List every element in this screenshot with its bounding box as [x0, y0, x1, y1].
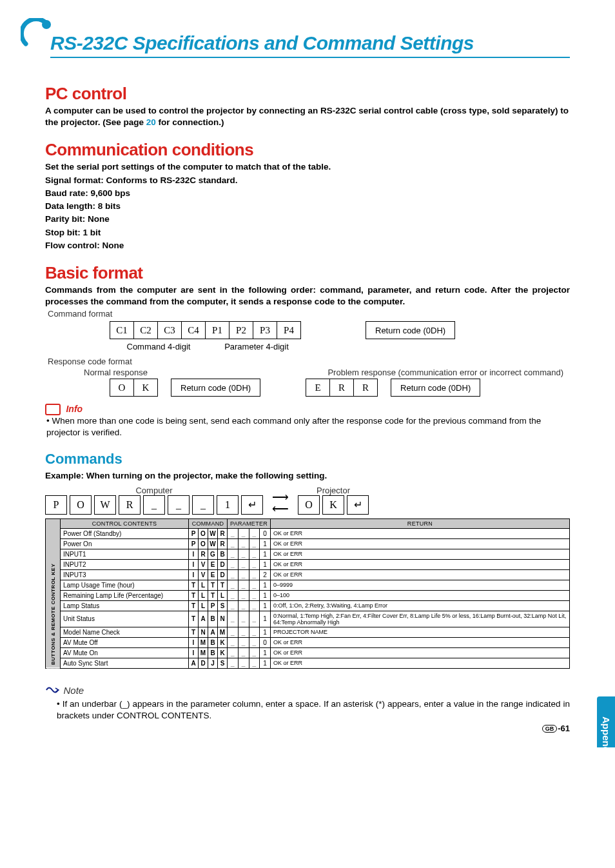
err-cells: ERR: [306, 379, 378, 397]
return-value: PROJECTOR NAME: [271, 627, 570, 637]
table-row: Unit StatusTABN___10:Normal, 1:Temp High…: [46, 611, 570, 627]
svg-point-0: [42, 20, 51, 29]
control-content: INPUT1: [61, 549, 189, 559]
table-row: Power OnPOWR___1OK or ERR: [46, 538, 570, 549]
param-char: _: [249, 647, 260, 658]
param-char: _: [249, 559, 260, 569]
control-content: INPUT3: [61, 569, 189, 580]
cmd-char: A: [189, 658, 199, 668]
example-cell: R: [119, 495, 141, 515]
ok-cells: OK: [110, 379, 158, 397]
cmd-char: R: [218, 538, 228, 549]
cmd-char: L: [218, 590, 228, 600]
commands-table: CONTROL CONTENTS COMMAND PARAMETER RETUR…: [45, 518, 570, 669]
format-cell: R: [354, 379, 378, 397]
format-cell: O: [110, 379, 134, 397]
format-cell: C1: [110, 321, 134, 339]
example-cell: O: [70, 495, 92, 515]
example-cell: O: [298, 495, 320, 515]
control-content: Unit Status: [61, 611, 189, 627]
format-cell: P1: [206, 321, 229, 339]
cmd-char: R: [199, 549, 208, 559]
param-char: _: [249, 569, 260, 580]
cmd-char: T: [189, 611, 199, 627]
param-char: _: [228, 611, 239, 627]
param-char: 2: [260, 569, 271, 580]
cmd-char: A: [199, 611, 208, 627]
format-cell: C3: [158, 321, 182, 339]
command-4digit-label: Command 4-digit: [110, 342, 208, 351]
cmd-char: D: [218, 559, 228, 569]
table-row: Remaining Lamp Life (Percentage)TLTL___1…: [46, 590, 570, 600]
return-value: 0–9999: [271, 580, 570, 590]
page-num-value: -61: [558, 724, 570, 733]
cmd-char: D: [218, 569, 228, 580]
comm-line: Stop bit: 1 bit: [45, 227, 570, 239]
problem-resp-label: Problem response (communication error or…: [327, 368, 563, 377]
th-command: COMMAND: [189, 518, 228, 528]
example-cell: W: [94, 495, 116, 515]
normal-resp-label: Normal response: [84, 368, 148, 377]
param-char: 1: [260, 627, 271, 637]
param-char: 1: [260, 549, 271, 559]
param-char: 1: [260, 580, 271, 590]
table-row: Lamp Usage Time (hour)TLTT___10–9999: [46, 580, 570, 590]
info-text: • When more than one code is being sent,…: [46, 415, 570, 439]
resp-format-label: Response code format: [48, 357, 570, 366]
cmd-char: E: [208, 569, 218, 580]
cmd-char: B: [208, 637, 218, 647]
param-char: _: [238, 627, 249, 637]
comm-line: Set the serial port settings of the comp…: [45, 161, 570, 173]
param-char: _: [228, 627, 239, 637]
param-char: _: [249, 580, 260, 590]
table-row: INPUT2IVED___1OK or ERR: [46, 559, 570, 569]
return-code-err: Return code (0DH): [391, 379, 480, 397]
control-content: Lamp Status: [61, 600, 189, 611]
param-char: 0: [260, 528, 271, 538]
table-row: INPUT1IRGB___1OK or ERR: [46, 549, 570, 559]
example-cell: ↵: [241, 495, 263, 515]
param-char: _: [249, 611, 260, 627]
cmd-char: I: [189, 559, 199, 569]
control-content: Power Off (Standby): [61, 528, 189, 538]
cmd-char: W: [208, 528, 218, 538]
cmd-char: P: [208, 600, 218, 611]
param-char: _: [228, 600, 239, 611]
param-char: _: [238, 658, 249, 668]
param-char: _: [238, 590, 249, 600]
cmd-char: T: [208, 580, 218, 590]
param-char: _: [249, 590, 260, 600]
param-char: _: [238, 549, 249, 559]
cmd-char: T: [218, 580, 228, 590]
cmd-char: T: [189, 590, 199, 600]
example-projector-row: OK↵: [298, 495, 369, 515]
table-row: AV Mute OffIMBK___0OK or ERR: [46, 637, 570, 647]
cmd-char: M: [199, 647, 208, 658]
param-char: _: [249, 627, 260, 637]
th-return: RETURN: [271, 518, 570, 528]
note-label: Note: [63, 685, 84, 696]
param-char: _: [228, 647, 239, 658]
computer-label: Computer: [45, 486, 263, 495]
cmd-char: L: [199, 580, 208, 590]
return-value: OK or ERR: [271, 647, 570, 658]
format-cell: P2: [229, 321, 253, 339]
param-char: 0: [260, 637, 271, 647]
table-row: AV Mute OnIMBK___1OK or ERR: [46, 647, 570, 658]
comm-line: Baud rate: 9,600 bps: [45, 188, 570, 199]
example-computer-row: POWR___1↵: [45, 495, 263, 515]
control-content: AV Mute Off: [61, 637, 189, 647]
arrows-icon: ⟶⟵: [272, 491, 289, 515]
param-char: 1: [260, 538, 271, 549]
control-content: Remaining Lamp Life (Percentage): [61, 590, 189, 600]
param-char: _: [249, 549, 260, 559]
th-control-contents: CONTROL CONTENTS: [61, 518, 189, 528]
return-value: 0:Off, 1:On, 2:Retry, 3:Waiting, 4:Lamp …: [271, 600, 570, 611]
return-code-ok: Return code (0DH): [171, 379, 260, 397]
cmd-char: S: [218, 658, 228, 668]
table-row: INPUT3IVED___2OK or ERR: [46, 569, 570, 580]
param-char: _: [249, 658, 260, 668]
page-20-link[interactable]: 20: [146, 117, 156, 127]
cmd-char: G: [208, 549, 218, 559]
cmd-char: T: [189, 600, 199, 611]
